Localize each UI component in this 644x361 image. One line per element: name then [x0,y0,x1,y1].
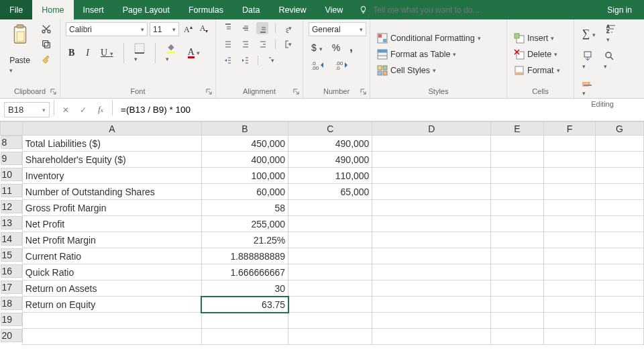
cell-F11[interactable] [544,184,596,200]
col-header-E[interactable]: E [491,122,544,136]
cell-G16[interactable] [596,264,644,280]
col-header-A[interactable]: A [22,122,201,136]
cell-C13[interactable] [288,216,372,232]
cell-F10[interactable] [544,168,596,184]
tab-review[interactable]: Review [269,0,315,19]
delete-cells-button[interactable]: Delete▾ [513,48,559,61]
cell-C19[interactable] [288,313,372,329]
cell-F17[interactable] [544,280,596,297]
cell-B13[interactable]: 255,000 [201,216,288,232]
tab-file[interactable]: File [0,0,32,19]
cell-E17[interactable] [491,280,544,297]
cell-D19[interactable] [372,313,491,329]
cancel-formula-button[interactable]: ✕ [58,102,73,117]
cell-C16[interactable] [288,264,372,280]
paste-button[interactable]: Paste▾ [5,22,34,76]
cell-E20[interactable] [491,329,544,345]
row-header-8[interactable]: 8 [1,136,22,149]
cell-D16[interactable] [372,264,491,280]
cell-A11[interactable]: Number of Outstanding Shares [22,184,201,200]
enter-formula-button[interactable]: ✓ [76,102,91,117]
cell-G8[interactable] [596,136,644,152]
cell-C17[interactable] [288,280,372,297]
row-header-14[interactable]: 14 [1,232,22,246]
cell-G15[interactable] [596,248,644,264]
cell-F12[interactable] [544,200,596,216]
grow-font-button[interactable]: A▴ [181,23,195,36]
sort-filter-button[interactable]: AZ▾ [604,22,620,45]
cell-E12[interactable] [491,200,544,216]
cell-B10[interactable]: 100,000 [201,168,288,184]
cell-A13[interactable]: Net Profit [22,216,201,232]
cell-A12[interactable]: Gross Profit Margin [22,200,201,216]
cell-F14[interactable] [544,232,596,248]
wrap-text-button[interactable]: ▾ [265,54,277,66]
decrease-decimal-button[interactable]: .00.0 [333,59,353,71]
merge-center-button[interactable]: ▾ [282,38,294,50]
cell-B12[interactable]: 58 [201,200,288,216]
col-header-D[interactable]: D [372,122,491,136]
insert-cells-button[interactable]: Insert▾ [513,32,555,45]
cell-E16[interactable] [491,264,544,280]
font-size-select[interactable]: 11▾ [150,22,179,36]
cell-B17[interactable]: 30 [201,280,288,297]
cell-A10[interactable]: Inventory [22,168,201,184]
cell-E19[interactable] [491,313,544,329]
font-name-select[interactable]: Calibri▾ [66,22,148,36]
cell-F16[interactable] [544,264,596,280]
row-header-16[interactable]: 16 [1,264,22,278]
cell-B19[interactable] [201,313,288,329]
font-dialog-launcher[interactable] [204,87,213,96]
cell-B15[interactable]: 1.888888889 [201,248,288,264]
row-header-18[interactable]: 18 [1,297,22,310]
number-dialog-launcher[interactable] [358,87,368,96]
fill-button[interactable]: ▾ [580,49,596,72]
cell-E10[interactable] [491,168,544,184]
fx-button[interactable]: fx [93,102,108,117]
cell-A19[interactable] [22,313,201,329]
font-color-button[interactable]: A ▾ [185,46,203,60]
cell-G19[interactable] [596,313,644,329]
cell-A8[interactable]: Total Liabilities ($) [22,136,201,152]
row-header-11[interactable]: 11 [1,184,22,197]
col-header-G[interactable]: G [596,122,644,136]
cell-F18[interactable] [544,297,596,313]
tab-home[interactable]: Home [32,0,73,19]
fill-color-button[interactable]: ▾ [163,42,179,64]
row-header-20[interactable]: 20 [1,329,22,342]
formula-input[interactable] [117,102,331,117]
cell-F20[interactable] [544,329,596,345]
cell-B8[interactable]: 450,000 [201,136,288,152]
borders-button[interactable]: ▾ [131,42,148,64]
cell-B20[interactable] [201,329,288,345]
percent-format-button[interactable]: % [329,41,343,54]
row-header-10[interactable]: 10 [1,168,22,181]
align-bottom-button[interactable] [256,22,268,34]
cell-F13[interactable] [544,216,596,232]
cell-F19[interactable] [544,313,596,329]
cell-G17[interactable] [596,280,644,297]
spreadsheet-grid[interactable]: ABCDEFG8Total Liabilities ($)450,000490,… [0,121,644,361]
col-header-B[interactable]: B [201,122,288,136]
cell-A17[interactable]: Return on Assets [22,280,201,297]
row-header-15[interactable]: 15 [1,248,22,262]
comma-format-button[interactable]: , [347,40,355,55]
align-top-button[interactable] [221,22,233,34]
increase-decimal-button[interactable]: .0.00 [309,59,329,71]
sign-in-link[interactable]: Sign in [595,0,644,19]
align-right-button[interactable] [256,38,268,50]
copy-button[interactable] [38,38,54,51]
alignment-dialog-launcher[interactable] [291,87,301,96]
cell-E14[interactable] [491,232,544,248]
cell-D13[interactable] [372,216,491,232]
cell-A18[interactable]: Return on Equity [22,297,201,313]
cell-G18[interactable] [596,297,644,313]
cell-C8[interactable]: 490,000 [288,136,372,152]
cell-C10[interactable]: 110,000 [288,168,372,184]
cell-G9[interactable] [596,152,644,168]
cell-C18[interactable] [288,297,372,313]
orientation-button[interactable]: ab▾ [282,22,294,34]
cell-G20[interactable] [596,329,644,345]
cell-D18[interactable] [372,297,491,313]
cell-D17[interactable] [372,280,491,297]
